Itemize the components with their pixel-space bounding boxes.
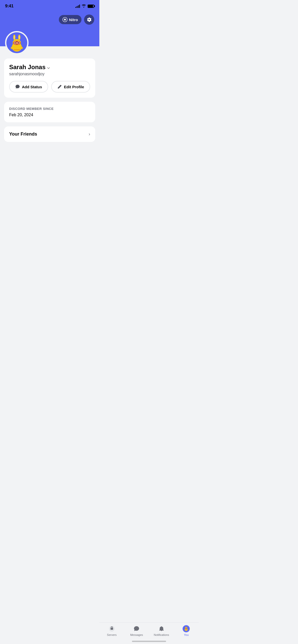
svg-rect-20 xyxy=(14,49,20,50)
wifi-icon xyxy=(82,4,86,8)
edit-profile-label: Edit Profile xyxy=(64,85,84,89)
profile-username: sarahjonasmoodjoy xyxy=(9,72,90,76)
header: Nitro xyxy=(0,11,99,31)
member-since-label: Discord Member Since xyxy=(9,107,90,111)
nitro-button[interactable]: Nitro xyxy=(59,15,82,24)
member-since-date: Feb 20, 2024 xyxy=(9,113,90,117)
settings-button[interactable] xyxy=(84,14,94,25)
profile-actions: Add Status Edit Profile xyxy=(9,81,90,93)
svg-point-8 xyxy=(14,35,15,39)
svg-point-15 xyxy=(15,42,16,43)
svg-point-17 xyxy=(16,44,17,44)
profile-name-row: Sarah Jonas ⌵ xyxy=(9,64,90,71)
edit-profile-button[interactable]: Edit Profile xyxy=(51,81,90,93)
svg-point-9 xyxy=(19,35,20,39)
pencil-icon xyxy=(57,84,62,89)
chevron-right-icon: › xyxy=(89,131,90,137)
battery-icon xyxy=(88,5,94,8)
add-status-button[interactable]: Add Status xyxy=(9,81,48,93)
member-since-card: Discord Member Since Feb 20, 2024 xyxy=(4,102,95,122)
profile-header-area xyxy=(0,31,99,54)
content-area xyxy=(0,146,99,197)
status-time: 9:41 xyxy=(5,4,13,9)
friends-label: Your Friends xyxy=(9,131,37,137)
status-icons xyxy=(75,4,94,8)
chevron-down-icon[interactable]: ⌵ xyxy=(47,64,50,70)
profile-display-name: Sarah Jonas xyxy=(9,64,46,71)
svg-point-16 xyxy=(18,42,19,43)
signal-icon xyxy=(75,4,80,8)
avatar xyxy=(5,31,29,54)
nitro-label: Nitro xyxy=(69,18,78,22)
nitro-icon xyxy=(62,17,67,22)
profile-card: Sarah Jonas ⌵ sarahjonasmoodjoy Add Stat… xyxy=(4,58,95,98)
status-bar: 9:41 xyxy=(0,0,99,11)
chat-bubble-icon xyxy=(15,84,20,89)
svg-point-2 xyxy=(64,19,66,20)
friends-card[interactable]: Your Friends › xyxy=(4,126,95,142)
add-status-label: Add Status xyxy=(22,85,42,89)
